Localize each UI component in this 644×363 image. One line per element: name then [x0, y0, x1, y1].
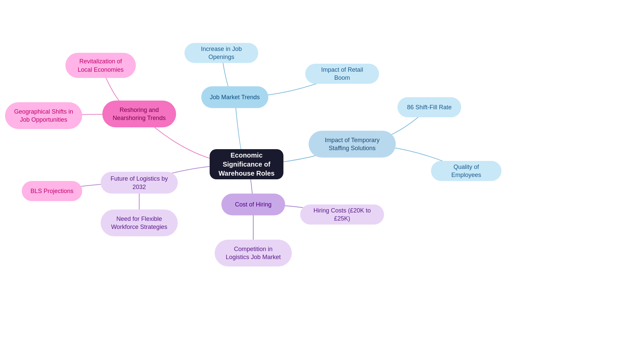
- mind-map-container: Economic Significance of Warehouse Roles…: [0, 0, 644, 363]
- node-center[interactable]: Economic Significance of Warehouse Roles: [210, 149, 283, 179]
- node-impact-retail-boom[interactable]: Impact of Retail Boom: [305, 64, 379, 84]
- node-geographical-shifts[interactable]: Geographical Shifts in Job Opportunities: [5, 102, 82, 129]
- node-increase-job-openings[interactable]: Increase in Job Openings: [184, 43, 258, 63]
- node-impact-temporary-staffing[interactable]: Impact of Temporary Staffing Solutions: [309, 131, 396, 158]
- node-revitalization-local[interactable]: Revitalization of Local Economies: [65, 53, 136, 78]
- node-reshoring-nearshoring[interactable]: Reshoring and Nearshoring Trends: [102, 101, 176, 127]
- node-job-market-trends[interactable]: Job Market Trends: [201, 86, 268, 108]
- node-flexible-workforce[interactable]: Need for Flexible Workforce Strategies: [101, 209, 178, 236]
- node-future-logistics[interactable]: Future of Logistics by 2032: [101, 172, 178, 194]
- node-cost-of-hiring[interactable]: Cost of Hiring: [221, 194, 285, 216]
- node-bls-projections[interactable]: BLS Projections: [22, 181, 82, 201]
- node-competition-logistics[interactable]: Competition in Logistics Job Market: [215, 240, 292, 266]
- node-hiring-costs[interactable]: Hiring Costs (£20K to £25K): [300, 204, 384, 225]
- node-86-shift-fill-rate[interactable]: 86 Shift-Fill Rate: [397, 97, 461, 117]
- node-quality-of-employees[interactable]: Quality of Employees: [431, 161, 501, 181]
